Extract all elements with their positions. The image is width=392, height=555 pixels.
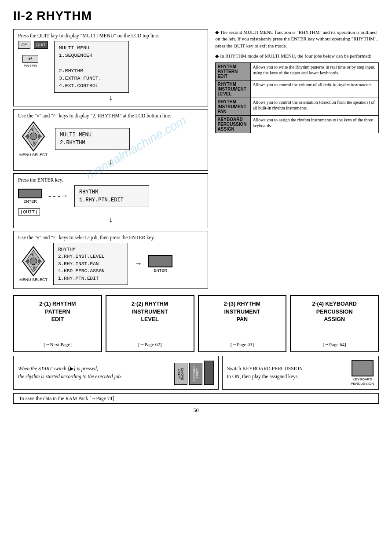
- instruction-text-4: Use the "v" and "^" keys to select a job…: [18, 235, 203, 240]
- lcd-display-1: MULTI MENU1.SEQUENCER 2.RHYTHM3.EXTRA FU…: [54, 41, 129, 93]
- page-number: 50: [13, 407, 379, 414]
- table-desc-3: Allows you to assign the rhythm instrume…: [251, 115, 379, 133]
- table-desc-2: Allows you to control the orientation (d…: [251, 98, 379, 115]
- table-desc-0: Allows you to write the Rhythm patterns …: [251, 62, 379, 80]
- enter-label-4: ENTER: [154, 268, 167, 273]
- menu-select-label-2: MENU SELECT: [19, 278, 48, 282]
- bottom-left-box: When the START switch [▶] is pressed, th…: [13, 356, 219, 390]
- job-title-2-4: 2-(4) KEYBOARDPERCUSSIONASSIGN: [312, 300, 356, 324]
- enter-label-1: ENTER: [22, 64, 38, 68]
- keyboard-percussion-label: KEYBOARDPERCUSSION: [351, 377, 374, 386]
- quit-key[interactable]: QUIT: [34, 41, 48, 49]
- down-arrow-2: ↓: [18, 158, 203, 166]
- instruction-text-3: Press the ENTER key.: [18, 177, 203, 183]
- job-boxes-container: 2-(1) RHYTHMPATTERNEDIT [→Next Page] 2-(…: [13, 295, 379, 352]
- arrow-right-3: - - -→: [48, 191, 68, 201]
- instruction-box-2: Use the "v" and "^" keys to display "2. …: [13, 109, 208, 171]
- down-arrow-1: ↓: [18, 94, 203, 102]
- page-ref-2-4: [→Page 64]: [322, 342, 346, 347]
- arrow-right-4: →: [134, 259, 142, 268]
- table-desc-1: Allows you to control the volume of all …: [251, 80, 379, 98]
- table-label-3: KEYBOARD PERCUSSION ASSIGN: [216, 115, 251, 133]
- job-box-2-1: 2-(1) RHYTHMPATTERNEDIT [→Next Page]: [13, 295, 102, 352]
- down-arrow-3: ↓: [18, 215, 203, 223]
- job-title-2-2: 2-(2) RHYTHMINSTRUMENTLEVEL: [132, 300, 168, 324]
- instruction-box-3: Press the ENTER key. ENTER - - -→ RHYTHM…: [13, 173, 208, 228]
- menu-nav-2[interactable]: [18, 246, 49, 277]
- lcd-display-3: RHYTHM1.RHY.PTN.EDIT: [74, 185, 149, 207]
- keyboard-percussion-img: [352, 360, 374, 376]
- page-ref-2-1: [→Next Page]: [44, 342, 72, 347]
- bottom-right-box: Switch KEYBOARD PERCUSSION to ON, then p…: [222, 356, 379, 390]
- job-box-2-4: 2-(4) KEYBOARDPERCUSSIONASSIGN [→Page 64…: [290, 295, 379, 352]
- right-col: ◆ The second MULTI MENU function is "RHY…: [212, 29, 379, 133]
- lcd-display-2: MULTI MENU2.RHYTHM: [55, 128, 130, 150]
- instruction-box-4: Use the "v" and "^" keys to select a job…: [13, 231, 208, 289]
- menu-nav-1[interactable]: [18, 121, 49, 152]
- save-bar-text: To save the data in the RAM Pack [→Page …: [19, 396, 114, 401]
- rhythm-instruments-img: INTROENDING SYNCHROSTART: [174, 361, 214, 385]
- instruction-text-1: Press the QUIT key to display "MULTI MEN…: [18, 33, 203, 38]
- ce-key[interactable]: CE: [18, 41, 30, 49]
- rhythm-jobs-table: RHYTHM PATTERN EDIT Allows you to write …: [215, 62, 379, 133]
- menu-select-label-1: MENU SELECT: [19, 153, 48, 157]
- page-ref-2-2: [→Page 62]: [138, 342, 161, 347]
- instruction-text-2: Use the "v" and "^" keys to display "2. …: [18, 113, 203, 118]
- bottom-section: When the START switch [▶] is pressed, th…: [13, 356, 379, 390]
- job-box-2-3: 2-(3) RHYTHMINSTRUMENTPAN [→Page 63]: [198, 295, 287, 352]
- page-title: II-2 RHYTHM: [13, 9, 379, 23]
- table-label-0: RHYTHM PATTERN EDIT: [216, 62, 251, 80]
- table-label-1: RHYTHM INSTRUMENT LEVEL: [216, 80, 251, 98]
- table-label-2: RHYTHM INSTRUMENT PAN: [216, 98, 251, 115]
- right-bullet-2: ◆ In RHYTHM mode of MULTI MENU, the four…: [215, 53, 379, 59]
- page-ref-2-3: [→Page 63]: [231, 342, 254, 347]
- quit-label-3: [QUIT]: [18, 208, 40, 215]
- enter-label-3: ENTER: [23, 199, 37, 204]
- lcd-display-4: RHYTHM2.RHY.INST.LEVEL3.RHY.INST.PAN4.KB…: [53, 243, 128, 285]
- enter-button-3[interactable]: [18, 189, 42, 198]
- enter-arrow-key: ↵: [22, 55, 38, 63]
- job-title-2-1: 2-(1) RHYTHMPATTERNEDIT: [39, 300, 76, 324]
- svg-point-13: [30, 258, 37, 265]
- job-box-2-2: 2-(2) RHYTHMINSTRUMENTLEVEL [→Page 62]: [106, 295, 194, 352]
- bottom-right-text: Switch KEYBOARD PERCUSSION to ON, then p…: [227, 365, 346, 380]
- instruction-box-1: Press the QUIT key to display "MULTI MEN…: [13, 29, 208, 106]
- job-title-2-3: 2-(3) RHYTHMINSTRUMENTPAN: [224, 300, 260, 324]
- right-bullet-1: ◆ The second MULTI MENU function is "RHY…: [215, 29, 379, 49]
- bottom-left-text1: When the START switch [▶] is pressed, th…: [18, 365, 170, 380]
- svg-point-6: [30, 133, 37, 140]
- enter-button-4[interactable]: [148, 255, 172, 267]
- save-bar: To save the data in the RAM Pack [→Page …: [13, 393, 379, 404]
